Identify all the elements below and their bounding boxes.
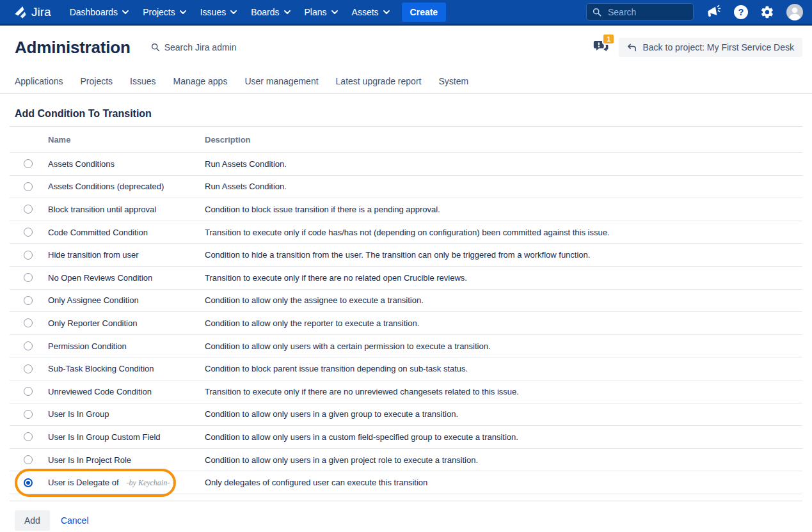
nav-menu-label: Boards	[251, 7, 279, 17]
main-content: Add Condition To Transition Name Descrip…	[10, 94, 802, 531]
page-title: Administration	[15, 38, 131, 58]
name-cell: Hide transition from user	[48, 250, 205, 260]
navbar-search-input[interactable]	[607, 6, 683, 18]
table-header: Name Description	[10, 127, 802, 153]
admin-header: Administration Search Jira admin 1	[0, 26, 812, 69]
radio-cell	[10, 159, 48, 168]
condition-name: Assets Conditions	[48, 159, 115, 169]
name-cell: Assets Conditions (deprecated)	[48, 182, 205, 191]
top-navbar: Jira DashboardsProjectsIssuesBoardsPlans…	[0, 0, 812, 26]
nav-menu-plans[interactable]: Plans	[298, 3, 345, 22]
nav-menu-label: Dashboards	[70, 7, 118, 17]
condition-description: Condition to allow only users in a custo…	[205, 432, 802, 442]
condition-name: Assets Conditions (deprecated)	[48, 182, 164, 191]
name-cell: Sub-Task Blocking Condition	[48, 364, 205, 373]
search-icon	[593, 8, 601, 17]
nav-menu-projects[interactable]: Projects	[136, 3, 193, 22]
condition-vendor: -by Keychain-	[127, 478, 170, 488]
create-button[interactable]: Create	[402, 3, 447, 22]
condition-description: Condition to allow only the reporter to …	[205, 318, 802, 328]
tab-user-management[interactable]: User management	[244, 76, 318, 86]
table-row: User Is In Group Custom Field Condition …	[10, 426, 802, 449]
tab-applications[interactable]: Applications	[15, 76, 63, 86]
tab-latest-upgrade-report[interactable]: Latest upgrade report	[336, 76, 422, 86]
condition-name: Only Reporter Condition	[48, 318, 137, 328]
table-row: Assets Conditions (deprecated) Run Asset…	[10, 176, 802, 199]
condition-radio[interactable]	[24, 273, 33, 282]
condition-description: Run Assets Condition.	[205, 182, 802, 191]
radio-cell	[10, 432, 48, 441]
table-row: Code Committed Condition Transition to e…	[10, 221, 802, 244]
tab-manage-apps[interactable]: Manage apps	[173, 76, 228, 86]
navbar-search[interactable]	[586, 3, 694, 20]
tab-issues[interactable]: Issues	[130, 76, 155, 86]
name-cell: User is Delegate of -by Keychain-	[48, 478, 205, 488]
condition-description: Condition to allow only the assignee to …	[205, 295, 802, 305]
radio-cell	[10, 273, 48, 282]
condition-name: User Is In Project Role	[48, 455, 131, 465]
condition-name: Code Committed Condition	[48, 228, 148, 237]
cancel-link[interactable]: Cancel	[61, 515, 89, 526]
radio-cell	[10, 364, 48, 373]
jira-brand-label: Jira	[31, 5, 51, 19]
condition-radio[interactable]	[24, 478, 33, 487]
nav-menu-boards[interactable]: Boards	[244, 3, 297, 22]
help-icon[interactable]: ?	[734, 5, 748, 19]
admin-tabs: ApplicationsProjectsIssuesManage appsUse…	[0, 69, 812, 94]
tab-projects[interactable]: Projects	[81, 76, 113, 86]
condition-radio[interactable]	[24, 251, 33, 260]
condition-radio[interactable]	[24, 410, 33, 419]
nav-menus: DashboardsProjectsIssuesBoardsPlansAsset…	[63, 3, 397, 22]
back-to-project-button[interactable]: Back to project: My First Service Desk	[619, 38, 802, 57]
chevron-down-icon	[230, 10, 237, 14]
condition-name: Permission Condition	[48, 341, 127, 351]
table-row: Hide transition from user Condition to h…	[10, 244, 802, 267]
condition-description: Condition to block issue transition if t…	[205, 205, 802, 214]
condition-radio[interactable]	[24, 341, 33, 350]
nav-menu-label: Issues	[200, 7, 226, 17]
name-cell: Permission Condition	[48, 341, 205, 351]
nav-menu-issues[interactable]: Issues	[193, 3, 244, 22]
name-cell: User Is In Group	[48, 409, 205, 419]
radio-cell	[10, 387, 48, 396]
table-row: User Is In Group Condition to allow only…	[10, 403, 802, 426]
table-row: No Open Reviews Condition Transition to …	[10, 267, 802, 290]
return-arrow-icon	[627, 43, 637, 52]
name-cell: Assets Conditions	[48, 159, 205, 169]
condition-radio[interactable]	[24, 228, 33, 237]
condition-radio[interactable]	[24, 159, 33, 168]
condition-description: Transition to execute only if code has/h…	[205, 228, 802, 237]
nav-menu-label: Assets	[352, 7, 379, 17]
condition-radio[interactable]	[24, 455, 33, 464]
chevron-down-icon	[284, 10, 291, 14]
add-button[interactable]: Add	[15, 510, 50, 531]
condition-radio[interactable]	[24, 296, 33, 305]
condition-description: Run Assets Condition.	[205, 159, 802, 169]
condition-radio[interactable]	[24, 364, 33, 373]
condition-name: User is Delegate of	[48, 478, 119, 487]
condition-radio[interactable]	[24, 387, 33, 396]
chevron-down-icon	[180, 10, 186, 14]
admin-search[interactable]: Search Jira admin	[151, 42, 237, 52]
radio-cell	[10, 341, 48, 350]
jira-logo[interactable]: Jira	[13, 4, 51, 19]
condition-radio[interactable]	[24, 318, 33, 327]
chevron-down-icon	[331, 10, 338, 14]
settings-gear-icon[interactable]	[760, 5, 774, 19]
condition-radio[interactable]	[24, 182, 33, 191]
notifications-icon[interactable]: 1	[593, 38, 610, 57]
condition-radio[interactable]	[24, 432, 33, 441]
radio-cell	[10, 182, 48, 191]
megaphone-icon[interactable]	[706, 4, 722, 20]
condition-name: No Open Reviews Condition	[48, 273, 152, 283]
nav-menu-assets[interactable]: Assets	[345, 3, 397, 22]
nav-menu-dashboards[interactable]: Dashboards	[63, 3, 136, 22]
condition-name: Hide transition from user	[48, 250, 139, 260]
condition-description: Condition to block parent issue transiti…	[205, 364, 802, 373]
table-row: Sub-Task Blocking Condition Condition to…	[10, 357, 802, 380]
user-avatar[interactable]	[786, 4, 803, 20]
nav-menu-label: Plans	[305, 7, 327, 17]
condition-radio[interactable]	[24, 205, 33, 214]
navbar-right: ?	[586, 3, 803, 20]
tab-system[interactable]: System	[438, 76, 468, 86]
